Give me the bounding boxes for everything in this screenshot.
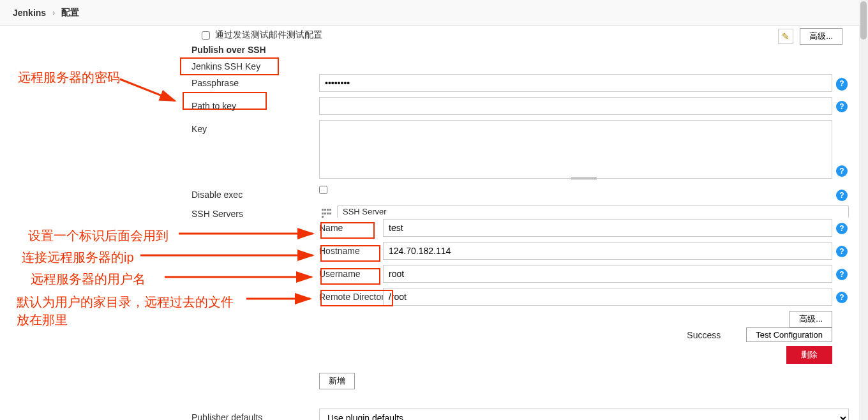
test-mail-checkbox[interactable] [202,31,210,40]
help-icon[interactable]: ? [836,165,848,177]
annotation-user: 远程服务器的用户名 [31,271,146,288]
breadcrumb-root[interactable]: Jenkins [13,8,46,18]
advanced-button[interactable]: 高级... [789,311,832,327]
username-label: Username [319,265,383,279]
help-icon[interactable]: ? [836,223,848,234]
help-icon[interactable]: ? [836,190,848,201]
help-icon[interactable]: ? [836,269,848,280]
ssh-server-block-title: SSH Server [337,205,849,218]
drag-handle-icon[interactable] [322,209,332,219]
key-textarea[interactable] [319,120,832,179]
help-icon[interactable]: ? [836,292,848,303]
breadcrumb-page[interactable]: 配置 [61,7,79,19]
jenkins-ssh-key-label: Jenkins SSH Key [191,59,849,74]
help-icon[interactable]: ? [836,78,848,89]
passphrase-input[interactable] [319,74,832,92]
path-to-key-input[interactable] [319,97,832,115]
arrow-icon [120,71,184,110]
delete-button[interactable]: 删除 [786,346,832,364]
annotation-name: 设置一个标识后面会用到 [28,227,168,244]
name-input[interactable] [383,219,832,237]
path-to-key-label: Path to key [191,97,319,111]
annotation-password: 远程服务器的密码 [18,69,120,86]
test-mail-row: 通过发送测试邮件测试配置 [191,29,849,41]
publisher-defaults-label: Publisher defaults [191,409,319,420]
test-mail-label: 通过发送测试邮件测试配置 [215,29,322,41]
publish-ssh-header: Publish over SSH [191,41,849,59]
remote-dir-input[interactable] [383,288,832,306]
status-success: Success [687,330,721,340]
help-icon[interactable]: ? [836,101,848,112]
help-icon[interactable]: ? [836,246,848,257]
annotation-host: 连接远程服务器的ip [22,249,134,266]
test-configuration-button[interactable]: Test Configuration [746,327,832,342]
annotation-dir-2: 放在那里 [17,311,68,329]
hostname-input[interactable] [383,242,832,260]
hostname-label: Hostname [319,242,383,256]
key-label: Key [191,120,319,134]
breadcrumb-bar: Jenkins › 配置 [0,0,868,26]
name-label: Name [319,219,383,233]
resize-handle[interactable] [571,177,597,179]
add-button[interactable]: 新增 [319,373,355,389]
username-input[interactable] [383,265,832,283]
remote-dir-label: Remote Directory [319,288,389,302]
disable-exec-label: Disable exec [191,186,319,200]
ssh-servers-label: SSH Servers [191,205,319,219]
svg-line-0 [120,79,175,101]
publisher-defaults-select[interactable]: Use plugin defaults [319,409,849,420]
passphrase-label: Passphrase [191,74,319,88]
disable-exec-checkbox[interactable] [319,186,327,194]
chevron-right-icon: › [52,8,55,17]
